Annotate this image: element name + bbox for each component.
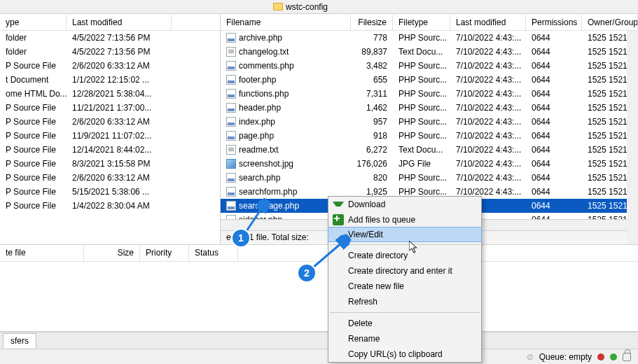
queue-status: Queue: empty [539, 352, 592, 362]
list-item[interactable]: t Document1/1/2022 12:15:02 ... [0, 73, 220, 87]
mouse-cursor [409, 241, 420, 255]
annotation-2: 2 [297, 263, 317, 283]
local-file-pane: ype Last modified folder4/5/2022 7:13:56… [0, 14, 221, 244]
list-item[interactable]: P Source File2/6/2020 6:33:12 AM [0, 59, 220, 73]
list-item[interactable]: folder4/5/2022 7:13:56 PM [0, 45, 220, 59]
file-icon [226, 33, 236, 43]
col-type[interactable]: ype [0, 15, 67, 30]
table-row[interactable]: index.php957PHP Sourc...7/10/2022 4:43:.… [221, 115, 638, 129]
list-item[interactable]: P Source File8/3/2021 3:15:58 PM [0, 157, 220, 171]
download-icon [333, 202, 344, 213]
table-row[interactable]: readme.txt6,272Text Docu...7/10/2022 4:4… [221, 143, 638, 157]
list-item[interactable]: folder4/5/2022 7:13:56 PM [0, 31, 220, 45]
col-status[interactable]: Status [189, 245, 238, 261]
breadcrumb-bar: wstc-config [0, 0, 638, 14]
menu-create-new-file[interactable]: Create new file [328, 279, 481, 294]
file-icon [226, 47, 236, 57]
file-icon [226, 117, 236, 127]
statusbar: ⊘ Queue: empty [0, 349, 638, 364]
file-icon [226, 131, 236, 141]
local-column-headers[interactable]: ype Last modified [0, 14, 220, 31]
menu-create-directory-enter[interactable]: Create directory and enter it [328, 263, 481, 279]
list-item[interactable]: P Source File2/6/2020 6:33:12 AM [0, 171, 220, 185]
file-icon [226, 103, 236, 113]
table-row[interactable]: functions.php7,311PHP Sourc...7/10/2022 … [221, 87, 638, 101]
queue-headers[interactable]: te file Size Priority Status [0, 245, 638, 262]
remote-rows[interactable]: archive.php778PHP Sourc...7/10/2022 4:43… [221, 31, 638, 219]
menu-add-to-queue[interactable]: Add files to queue [328, 212, 481, 227]
file-icon [226, 61, 236, 71]
add-icon [333, 214, 344, 225]
menu-download[interactable]: Download [328, 197, 481, 212]
vertical-scrollbar[interactable] [627, 31, 638, 244]
breadcrumb-label: wstc-config [286, 2, 328, 12]
table-row[interactable]: changelog.txt89,837Text Docu...7/10/2022… [221, 45, 638, 59]
file-icon [226, 215, 236, 219]
col-filesize[interactable]: Filesize [351, 15, 393, 30]
table-row[interactable]: footer.php655PHP Sourc...7/10/2022 4:43:… [221, 73, 638, 87]
col-last-modified[interactable]: Last modified [450, 15, 526, 30]
table-row[interactable]: screenshot.jpg176,026JPG File7/10/2022 4… [221, 157, 638, 171]
bottom-tabs: sfers [0, 332, 638, 349]
file-icon [226, 201, 236, 211]
table-row[interactable]: search.php820PHP Sourc...7/10/2022 4:43:… [221, 171, 638, 185]
remote-column-headers[interactable]: Filename Filesize Filetype Last modified… [221, 14, 638, 31]
local-rows[interactable]: folder4/5/2022 7:13:56 PMfolder4/5/2022 … [0, 31, 220, 244]
list-item[interactable]: P Source File11/21/2021 1:37:00... [0, 101, 220, 115]
menu-view-edit[interactable]: View/Edit [328, 227, 482, 242]
col-modified[interactable]: Last modified [67, 15, 172, 30]
list-item[interactable]: P Source File5/15/2021 5:38:06 ... [0, 185, 220, 199]
file-icon [226, 159, 236, 169]
col-priority[interactable]: Priority [140, 245, 189, 261]
menu-rename[interactable]: Rename [328, 331, 481, 346]
menu-separator [330, 312, 480, 313]
file-icon [226, 173, 236, 183]
table-row[interactable]: header.php1,462PHP Sourc...7/10/2022 4:4… [221, 101, 638, 115]
col-owner-group[interactable]: Owner/Group [582, 15, 638, 30]
menu-separator [330, 244, 480, 245]
list-item[interactable]: P Source File11/9/2021 11:07:02... [0, 129, 220, 143]
status-dot-green [610, 354, 617, 360]
tab-transfers[interactable]: sfers [3, 333, 36, 348]
context-menu: Download Add files to queue View/Edit Cr… [328, 196, 482, 363]
menu-delete[interactable]: Delete [328, 316, 481, 331]
col-permissions[interactable]: Permissions [526, 15, 582, 30]
col-filetype[interactable]: Filetype [393, 15, 450, 30]
lock-icon [623, 353, 631, 361]
file-icon [226, 145, 236, 155]
file-icon [226, 75, 236, 85]
status-dot-red [597, 354, 604, 360]
table-row[interactable]: page.php918PHP Sourc...7/10/2022 4:43:..… [221, 129, 638, 143]
queue-status-icon: ⊘ [527, 352, 534, 362]
menu-create-directory[interactable]: Create directory [328, 248, 481, 263]
list-item[interactable]: P Source File1/4/2022 8:30:04 AM [0, 199, 220, 213]
file-icon [226, 89, 236, 99]
annotation-1: 1 [231, 228, 251, 248]
table-row[interactable]: comments.php3,482PHP Sourc...7/10/2022 4… [221, 59, 638, 73]
list-item[interactable]: P Source File2/6/2020 6:33:12 AM [0, 115, 220, 129]
list-item[interactable]: ome HTML Do...12/28/2021 5:38:04... [0, 87, 220, 101]
breadcrumb[interactable]: wstc-config [273, 2, 328, 12]
folder-icon [273, 3, 283, 10]
transfer-queue-pane: te file Size Priority Status [0, 245, 638, 332]
menu-copy-url[interactable]: Copy URL(s) to clipboard [328, 346, 481, 362]
col-remote-file[interactable]: te file [0, 245, 84, 261]
list-item[interactable]: P Source File12/14/2021 8:44:02... [0, 143, 220, 157]
col-size[interactable]: Size [84, 245, 140, 261]
menu-refresh[interactable]: Refresh [328, 294, 481, 309]
file-icon [226, 187, 236, 197]
col-filename[interactable]: Filename [221, 15, 351, 30]
table-row[interactable]: archive.php778PHP Sourc...7/10/2022 4:43… [221, 31, 638, 45]
